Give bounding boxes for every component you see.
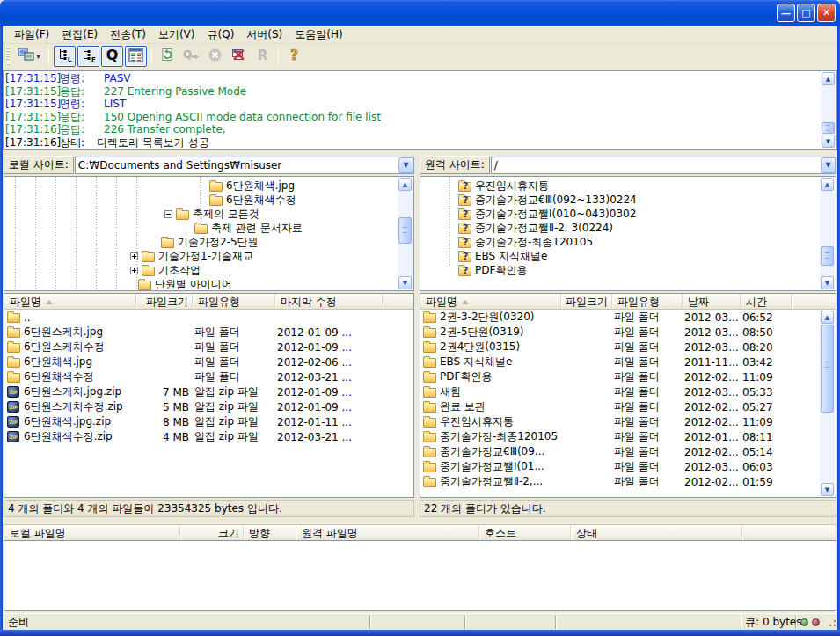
file-row[interactable]: 6단원스케치수정.zip5 MB알집 zip 파일2012-01-09 ...	[4, 399, 413, 414]
cancel-button[interactable]	[204, 46, 226, 67]
collapse-minus-icon[interactable]	[164, 210, 172, 218]
resize-grip[interactable]	[826, 617, 837, 628]
column-header-1[interactable]: 파일명	[420, 294, 561, 309]
remote-site-combo[interactable]: / ▼	[491, 157, 836, 174]
file-row[interactable]: 중기술가정교쨀Ⅱ-2,...파일 폴더2012-02...01:59	[420, 474, 836, 489]
scroll-down-button[interactable]: ▼	[821, 276, 834, 289]
tree-item[interactable]: 기술가정2-5단원	[4, 235, 398, 249]
scroll-down-button[interactable]: ▼	[398, 276, 412, 289]
toggle-remote-tree-button[interactable]: F	[77, 46, 99, 67]
scroll-down-button[interactable]: ▼	[821, 483, 834, 496]
tree-item[interactable]: 중기술가정-최종120105	[420, 235, 820, 249]
log-scrollbar[interactable]: ▲▼	[821, 72, 836, 148]
file-row[interactable]: 중기술가정교€Ⅲ(09...파일 폴더2012-02...05:14	[420, 444, 836, 459]
toggle-queue-button[interactable]: Q	[101, 46, 123, 67]
file-row[interactable]: 2권-3-2단원(0320)파일 폴더2012-03...06:52	[420, 310, 836, 325]
tree-item[interactable]: 6단원채색수정	[4, 193, 398, 207]
menu-item-edit[interactable]: 편집(E)	[55, 26, 104, 44]
remote-site-path[interactable]: /	[492, 159, 821, 172]
column-header-2[interactable]: 파일크기	[561, 294, 612, 309]
remote-list-scrollbar[interactable]: ▲▼	[820, 311, 835, 496]
menu-item-file[interactable]: 파일(F)	[8, 26, 55, 44]
site-manager-button[interactable]: ▾	[14, 46, 44, 67]
file-row[interactable]: 중기술가정-최종120105파일 폴더2012-01...08:11	[420, 429, 836, 444]
toggle-local-tree-button[interactable]: L	[54, 46, 76, 67]
column-header-4[interactable]: 마지막 수정	[275, 294, 383, 309]
file-row[interactable]: 6단원채색.jpg.zip8 MB알집 zip 파일2012-01-11 ...	[4, 414, 413, 429]
tree-item[interactable]: PDF확인용	[420, 263, 820, 277]
file-row[interactable]: 6단원스케치.jpg.zip7 MB알집 zip 파일2012-01-09 ..…	[4, 384, 413, 399]
file-row[interactable]: 우진임시휴지통파일 폴더2012-02...11:09	[420, 414, 836, 429]
column-header-1[interactable]: 파일명	[4, 294, 136, 309]
local-site-combo[interactable]: C:₩Documents and Settings₩misuser ▼	[75, 157, 414, 174]
local-site-path[interactable]: C:₩Documents and Settings₩misuser	[76, 159, 398, 172]
scroll-thumb[interactable]	[822, 122, 835, 134]
file-row[interactable]: 완료 보관파일 폴더2012-02...05:27	[420, 399, 836, 414]
file-row[interactable]: 6단원스케치수정파일 폴더2012-01-09 ...	[4, 340, 413, 355]
scroll-thumb[interactable]	[398, 217, 412, 244]
help-button[interactable]: ?	[283, 46, 305, 67]
file-row[interactable]: 6단원스케치.jpg파일 폴더2012-01-09 ...	[4, 325, 413, 340]
tree-item[interactable]: 축제 관련 문서자료	[4, 221, 398, 235]
file-row[interactable]: 6단원채색수정.zip4 MB알집 zip 파일2012-03-21 ...	[4, 429, 413, 444]
queue-column-header-4[interactable]: 원격 파일명	[296, 525, 479, 540]
process-queue-button[interactable]: Q	[180, 46, 202, 67]
column-header-3[interactable]: 파일유형	[193, 294, 275, 309]
tree-item[interactable]: 기술가정1-기술재교	[4, 249, 398, 263]
title-bar[interactable]: — □ ✕	[0, 0, 840, 26]
tree-item[interactable]: 기초작업	[4, 263, 398, 277]
refresh-button[interactable]	[157, 46, 179, 67]
queue-column-header-2[interactable]: 크기	[180, 525, 244, 540]
column-header-4[interactable]: 날짜	[683, 294, 741, 309]
menu-item-server[interactable]: 서버(S)	[240, 26, 289, 44]
scroll-up-button[interactable]: ▲	[821, 178, 834, 191]
queue-column-header-3[interactable]: 방향	[244, 525, 296, 540]
tree-item[interactable]: 중기술가정교€Ⅲ(092~133)0224	[420, 193, 820, 207]
column-header-2[interactable]: 파일크기	[136, 294, 193, 309]
minimize-button[interactable]: —	[777, 4, 795, 22]
queue-column-header-5[interactable]: 호스트	[479, 525, 571, 540]
menu-item-transfer[interactable]: 전송(T)	[104, 26, 152, 44]
local-directory-tree[interactable]: 6단원채색.jpg6단원채색수정축제의 모든것축제 관련 문서자료기술가정2-5…	[4, 176, 414, 291]
local-site-dropdown-button[interactable]: ▼	[398, 157, 413, 173]
file-row[interactable]: ..	[4, 310, 413, 325]
chevron-down-icon[interactable]: ▾	[36, 53, 40, 61]
column-header-5[interactable]: 시간	[741, 294, 792, 309]
toolbar-grip[interactable]	[6, 48, 10, 65]
transfer-queue-body[interactable]	[4, 540, 836, 611]
toggle-detail-view-button[interactable]	[125, 46, 147, 67]
disconnect-button[interactable]	[228, 46, 250, 67]
file-row[interactable]: PDF확인용파일 폴더2012-02...11:09	[420, 369, 836, 384]
menu-item-help[interactable]: 도움말(H)	[289, 26, 348, 44]
file-row[interactable]: 2권-5단원(0319)파일 폴더2012-03...08:50	[420, 325, 836, 340]
scroll-up-button[interactable]: ▲	[821, 311, 834, 324]
scroll-up-button[interactable]: ▲	[822, 72, 835, 85]
reconnect-button[interactable]: R	[252, 46, 274, 67]
file-row[interactable]: 새힘파일 폴더2012-03...05:33	[420, 384, 836, 399]
tree-item[interactable]: 축제의 모든것	[4, 207, 398, 221]
remote-file-list[interactable]: 파일명파일크기파일유형날짜시간2권-3-2단원(0320)파일 폴더2012-0…	[420, 293, 836, 498]
queue-column-header-1[interactable]: 로컬 파일명	[4, 525, 180, 540]
maximize-button[interactable]: □	[797, 4, 815, 22]
file-row[interactable]: 6단원채색.jpg파일 폴더2012-02-06 ...	[4, 355, 413, 369]
tree-item[interactable]: EBS 지식채널e	[420, 249, 820, 263]
local-file-list[interactable]: 파일명파일크기파일유형마지막 수정..6단원스케치.jpg파일 폴더2012-0…	[4, 293, 414, 498]
file-row[interactable]: 2권4단원(0315)파일 폴더2012-03...08:20	[420, 340, 836, 355]
scroll-down-button[interactable]: ▼	[822, 135, 835, 148]
close-button[interactable]: ✕	[817, 4, 836, 22]
local-tree-scrollbar[interactable]: ▲▼	[398, 178, 413, 289]
menu-item-view[interactable]: 보기(V)	[152, 26, 201, 44]
remote-site-dropdown-button[interactable]: ▼	[821, 157, 836, 173]
tree-item[interactable]: 우진임시휴지통	[420, 179, 820, 193]
queue-column-header-6[interactable]: 상태	[571, 525, 742, 540]
tree-item[interactable]: 단원별 아이디어	[4, 277, 398, 291]
file-row[interactable]: EBS 지식채널e파일 폴더2011-11...03:42	[420, 355, 836, 369]
column-header-3[interactable]: 파일유형	[612, 294, 683, 309]
ftp-log-pane[interactable]: [17:31:15]명령:PASV[17:31:15]응답:227 Enteri…	[3, 70, 837, 150]
file-row[interactable]: 6단원채색수정파일 폴더2012-03-21 ...	[4, 369, 413, 384]
remote-directory-tree[interactable]: 우진임시휴지통중기술가정교€Ⅲ(092~133)0224중기술가정교쨀Ⅰ(010…	[420, 176, 836, 291]
scroll-thumb[interactable]	[821, 325, 834, 413]
tree-item[interactable]: 중기술가정교쨀Ⅰ(010~043)0302	[420, 207, 820, 221]
remote-tree-scrollbar[interactable]: ▲▼	[820, 178, 835, 289]
scroll-up-button[interactable]: ▲	[398, 178, 412, 191]
